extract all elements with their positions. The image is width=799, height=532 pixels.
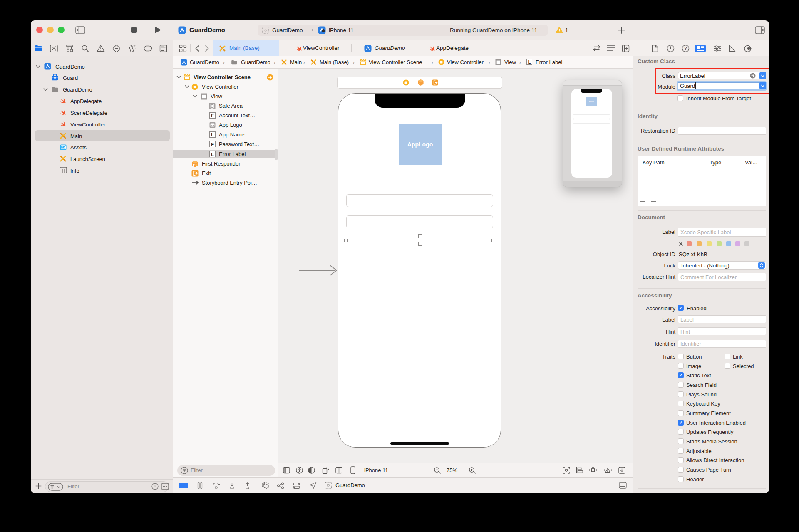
svg-text:?: ? <box>684 46 687 51</box>
svg-text:1: 1 <box>196 163 197 166</box>
